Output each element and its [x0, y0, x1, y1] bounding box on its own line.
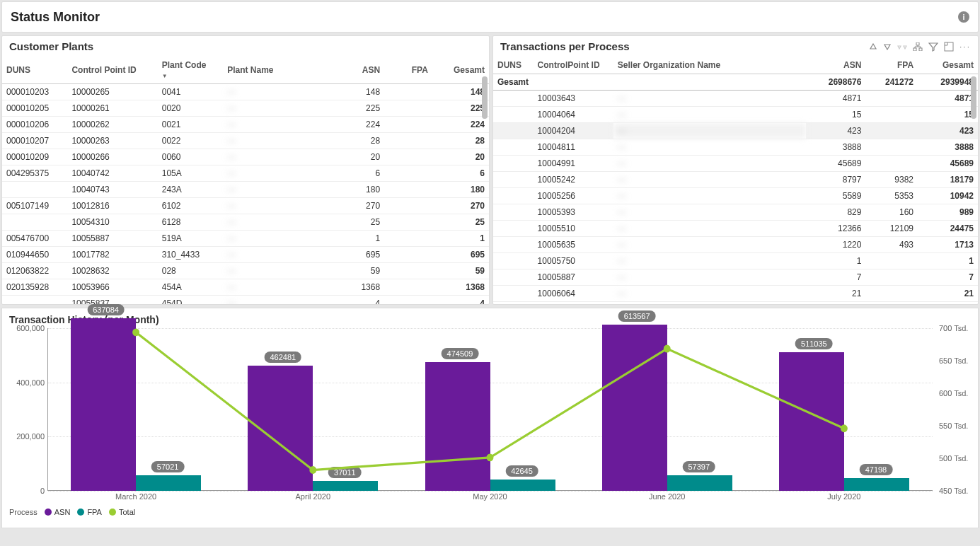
transactions-title: Transactions per Process — [500, 40, 630, 52]
chart-title: Transaction History (per Month) — [5, 314, 975, 328]
line-point[interactable] — [841, 424, 848, 432]
scrollbar[interactable] — [971, 76, 976, 301]
y-tick-right: 450 Tsd. — [939, 487, 968, 495]
swatch-fpa — [77, 509, 84, 516]
table-row[interactable]: 000010206100002620021—224224 — [2, 117, 489, 133]
table-row[interactable]: 00429537510040742105A—66 — [2, 165, 489, 182]
scrollbar-thumb[interactable] — [482, 76, 488, 119]
col-asn[interactable]: ASN — [806, 57, 866, 74]
y-tick-right: 550 Tsd. — [939, 422, 968, 430]
x-axis-label: April 2020 — [224, 492, 401, 505]
legend-asn[interactable]: ASN — [45, 508, 71, 516]
table-row[interactable]: 10005887—77 — [493, 269, 978, 286]
table-row[interactable]: 00547670010055887519A—11 — [2, 231, 489, 247]
table-row[interactable]: 000010207100002630022—2828 — [2, 133, 489, 149]
y-tick-right: 500 Tsd. — [939, 454, 968, 463]
y-tick-left: 200,000 — [16, 432, 45, 441]
more-options-icon[interactable]: ··· — [959, 42, 971, 52]
table-row[interactable]: 10006064—2121 — [493, 286, 978, 302]
bar-label-asn: 637084 — [87, 304, 125, 315]
svg-rect-2 — [919, 48, 922, 51]
scrollbar[interactable] — [482, 76, 488, 301]
drill-up-icon[interactable] — [869, 42, 877, 51]
table-row[interactable]: 10005750—11 — [493, 253, 978, 269]
table-row[interactable]: 10055837454D—44 — [2, 296, 489, 305]
table-row[interactable]: 10040743243A—180180 — [2, 182, 489, 198]
table-row[interactable]: 01094465010017782310_4433—695695 — [2, 247, 489, 263]
y-tick-right: 650 Tsd. — [939, 356, 968, 365]
table-row[interactable]: 10004204—423423 — [493, 123, 978, 139]
transaction-history-chart: Transaction History (per Month) 0200,000… — [1, 308, 979, 528]
table-row[interactable]: 10005256—5589535310942 — [493, 188, 978, 204]
col-cpid[interactable]: ControlPoint ID — [534, 57, 613, 74]
col-duns[interactable]: DUNS — [2, 57, 67, 84]
col-plant-name[interactable]: Plant Name — [223, 57, 336, 84]
bar-label-asn: 613567 — [618, 310, 656, 322]
swatch-asn — [45, 509, 52, 516]
col-asn[interactable]: ASN — [336, 57, 384, 84]
table-row[interactable]: 10004064—1515 — [493, 107, 978, 123]
page-header: Status Monitor i — [1, 1, 979, 33]
sort-desc-icon: ▼ — [162, 73, 168, 79]
line-point[interactable] — [487, 453, 494, 461]
scrollbar-thumb[interactable] — [971, 76, 976, 119]
table-row[interactable]: 10005635—12204931713 — [493, 237, 978, 253]
info-icon[interactable]: i — [958, 11, 969, 23]
table-row[interactable]: 10003643—48714871 — [493, 91, 978, 107]
y-tick-right: 600 Tsd. — [939, 389, 968, 397]
legend-title: Process — [9, 508, 38, 516]
y-tick-right: 700 Tsd. — [939, 324, 968, 332]
table-row[interactable]: 000010209100002660060—2020 — [2, 149, 489, 165]
x-axis-label: July 2020 — [756, 492, 933, 505]
x-axis-label: March 2020 — [47, 492, 224, 505]
table-header-row: DUNS Control Point ID Plant Code▼ Plant … — [2, 57, 489, 84]
customer-plants-panel: Customer Plants DUNS Control Point ID Pl… — [1, 35, 490, 305]
svg-rect-0 — [916, 42, 919, 45]
table-header-row: DUNS ControlPoint ID Seller Organization… — [493, 57, 978, 74]
y-tick-left: 0 — [40, 487, 45, 495]
drill-down-icon[interactable] — [883, 42, 892, 51]
transactions-panel: Transactions per Process ··· DUNS Contro… — [492, 35, 979, 305]
table-row[interactable]: 10005242—8797938218179 — [493, 172, 978, 188]
svg-rect-1 — [913, 48, 916, 51]
svg-rect-3 — [945, 42, 953, 51]
line-point[interactable] — [132, 328, 139, 336]
filter-icon[interactable] — [928, 42, 938, 52]
x-axis-label: May 2020 — [401, 492, 578, 505]
total-label: Gesamt — [493, 74, 806, 91]
table-row[interactable]: 100543106128—2525 — [2, 214, 489, 231]
y-tick-left: 600,000 — [16, 324, 45, 332]
legend-total[interactable]: Total — [109, 508, 135, 516]
col-seller[interactable]: Seller Organization Name — [613, 57, 806, 74]
col-duns[interactable]: DUNS — [493, 57, 534, 74]
table-row[interactable]: 000010203100002650041—148148 — [2, 84, 489, 100]
col-gesamt[interactable]: Gesamt — [918, 57, 978, 74]
line-point[interactable] — [664, 345, 671, 353]
col-fpa[interactable]: FPA — [865, 57, 918, 74]
table-row[interactable]: 10005510—123661210924475 — [493, 221, 978, 237]
table-row[interactable]: 10004991—4568945689 — [493, 156, 978, 172]
table-row[interactable]: 10005393—829160989 — [493, 204, 978, 221]
expand-down-icon[interactable] — [897, 42, 907, 51]
table-row[interactable]: 005107149100128166102—270270 — [2, 198, 489, 214]
table-total-row: Gesamt 2698676 241272 2939948 — [493, 74, 978, 91]
table-row[interactable]: 000010205100002610020—225225 — [2, 100, 489, 117]
chart-legend: Process ASN FPA Total — [5, 505, 975, 516]
col-cpid[interactable]: Control Point ID — [67, 57, 157, 84]
x-axis-label: June 2020 — [579, 492, 756, 505]
line-total[interactable] — [136, 332, 844, 470]
line-point[interactable] — [309, 466, 316, 474]
legend-fpa[interactable]: FPA — [77, 508, 102, 516]
customer-plants-table[interactable]: DUNS Control Point ID Plant Code▼ Plant … — [2, 57, 489, 304]
focus-mode-icon[interactable] — [944, 42, 954, 52]
table-row[interactable]: 01206382210028632028—5959 — [2, 263, 489, 279]
table-row[interactable]: 10004811—38883888 — [493, 139, 978, 156]
col-fpa[interactable]: FPA — [384, 57, 432, 84]
hierarchy-icon[interactable] — [913, 42, 923, 51]
transactions-table[interactable]: DUNS ControlPoint ID Seller Organization… — [493, 57, 978, 302]
swatch-total — [109, 509, 116, 516]
table-row[interactable]: 02013592810053966454A—13681368 — [2, 279, 489, 296]
col-plant-code[interactable]: Plant Code▼ — [158, 57, 223, 84]
col-gesamt[interactable]: Gesamt — [432, 57, 489, 84]
page-title: Status Monitor — [11, 10, 100, 25]
